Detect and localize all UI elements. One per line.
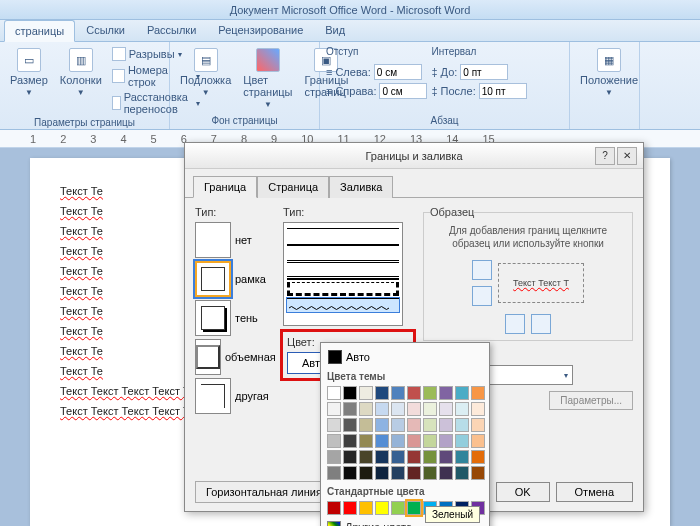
- color-swatch[interactable]: [391, 386, 405, 400]
- color-swatch[interactable]: [343, 402, 357, 416]
- color-swatch[interactable]: [391, 450, 405, 464]
- color-swatch[interactable]: [359, 434, 373, 448]
- page-color-button[interactable]: Цвет страницы▼: [239, 46, 296, 111]
- color-swatch[interactable]: [375, 418, 389, 432]
- color-swatch[interactable]: [455, 402, 469, 416]
- indent-right-input[interactable]: [379, 83, 427, 99]
- cancel-button[interactable]: Отмена: [556, 482, 633, 502]
- preview-sample[interactable]: Текст Текст Т: [498, 263, 584, 303]
- color-swatch[interactable]: [439, 466, 453, 480]
- indent-left-input[interactable]: [374, 64, 422, 80]
- color-swatch[interactable]: [391, 418, 405, 432]
- color-swatch[interactable]: [407, 466, 421, 480]
- border-right-button[interactable]: [531, 314, 551, 334]
- color-swatch[interactable]: [359, 466, 373, 480]
- color-swatch[interactable]: [407, 450, 421, 464]
- color-swatch[interactable]: [359, 402, 373, 416]
- color-swatch[interactable]: [375, 434, 389, 448]
- color-swatch[interactable]: [471, 434, 485, 448]
- color-swatch[interactable]: [327, 450, 341, 464]
- ok-button[interactable]: OK: [496, 482, 550, 502]
- color-swatch[interactable]: [327, 434, 341, 448]
- type-3d[interactable]: объемная: [195, 339, 273, 375]
- color-swatch[interactable]: [343, 450, 357, 464]
- color-swatch[interactable]: [391, 434, 405, 448]
- color-swatch[interactable]: [375, 402, 389, 416]
- color-swatch[interactable]: [343, 386, 357, 400]
- color-swatch[interactable]: [327, 402, 341, 416]
- tab-shading[interactable]: Заливка: [329, 176, 393, 198]
- color-swatch[interactable]: [359, 501, 373, 515]
- columns-button[interactable]: ▥Колонки▼: [56, 46, 106, 99]
- color-swatch[interactable]: [455, 450, 469, 464]
- color-swatch[interactable]: [375, 450, 389, 464]
- color-auto[interactable]: Авто: [325, 347, 485, 367]
- color-swatch[interactable]: [455, 466, 469, 480]
- color-swatch[interactable]: [455, 386, 469, 400]
- color-swatch[interactable]: [391, 466, 405, 480]
- color-swatch[interactable]: [423, 418, 437, 432]
- color-swatch[interactable]: [343, 501, 357, 515]
- tab-page-border[interactable]: Страница: [257, 176, 329, 198]
- color-swatch[interactable]: [343, 418, 357, 432]
- style-list[interactable]: [283, 222, 403, 326]
- color-swatch[interactable]: [423, 386, 437, 400]
- color-swatch[interactable]: [471, 418, 485, 432]
- tab-view[interactable]: Вид: [314, 19, 356, 41]
- color-swatch[interactable]: [455, 434, 469, 448]
- color-swatch[interactable]: [375, 501, 389, 515]
- color-swatch[interactable]: [375, 466, 389, 480]
- color-swatch[interactable]: [455, 418, 469, 432]
- color-swatch[interactable]: [407, 402, 421, 416]
- color-swatch[interactable]: [375, 386, 389, 400]
- color-swatch[interactable]: [439, 386, 453, 400]
- tab-references[interactable]: Ссылки: [75, 19, 136, 41]
- color-swatch[interactable]: [423, 466, 437, 480]
- color-swatch[interactable]: [391, 402, 405, 416]
- color-swatch[interactable]: [471, 402, 485, 416]
- color-swatch[interactable]: [423, 434, 437, 448]
- color-swatch[interactable]: [439, 434, 453, 448]
- position-button[interactable]: ▦Положение▼: [576, 46, 642, 99]
- tab-mailings[interactable]: Рассылки: [136, 19, 207, 41]
- type-box[interactable]: рамка: [195, 261, 273, 297]
- color-swatch[interactable]: [471, 450, 485, 464]
- color-swatch[interactable]: [343, 466, 357, 480]
- tab-review[interactable]: Рецензирование: [207, 19, 314, 41]
- color-swatch[interactable]: [439, 402, 453, 416]
- help-button[interactable]: ?: [595, 147, 615, 165]
- type-custom[interactable]: другая: [195, 378, 273, 414]
- style-wavy[interactable]: [287, 298, 399, 312]
- color-swatch[interactable]: [327, 501, 341, 515]
- color-swatch[interactable]: [423, 402, 437, 416]
- color-swatch[interactable]: [471, 466, 485, 480]
- space-after-input[interactable]: [479, 83, 527, 99]
- color-swatch[interactable]: [343, 434, 357, 448]
- color-swatch[interactable]: [407, 501, 421, 515]
- watermark-button[interactable]: ▤Подложка▼: [176, 46, 235, 99]
- color-swatch[interactable]: [359, 418, 373, 432]
- border-left-button[interactable]: [505, 314, 525, 334]
- color-swatch[interactable]: [439, 450, 453, 464]
- color-swatch[interactable]: [359, 386, 373, 400]
- border-bottom-button[interactable]: [472, 286, 492, 306]
- color-swatch[interactable]: [327, 418, 341, 432]
- color-swatch[interactable]: [423, 450, 437, 464]
- size-button[interactable]: ▭Размер▼: [6, 46, 52, 99]
- border-top-button[interactable]: [472, 260, 492, 280]
- color-swatch[interactable]: [391, 501, 405, 515]
- color-swatch[interactable]: [407, 418, 421, 432]
- space-before-input[interactable]: [460, 64, 508, 80]
- color-swatch[interactable]: [359, 450, 373, 464]
- type-none[interactable]: нет: [195, 222, 273, 258]
- color-swatch[interactable]: [439, 418, 453, 432]
- color-swatch[interactable]: [471, 386, 485, 400]
- color-swatch[interactable]: [327, 466, 341, 480]
- color-swatch[interactable]: [407, 434, 421, 448]
- type-shadow[interactable]: тень: [195, 300, 273, 336]
- tab-border[interactable]: Граница: [193, 176, 257, 198]
- close-button[interactable]: ✕: [617, 147, 637, 165]
- color-swatch[interactable]: [407, 386, 421, 400]
- color-swatch[interactable]: [327, 386, 341, 400]
- tab-page-layout[interactable]: страницы: [4, 20, 75, 42]
